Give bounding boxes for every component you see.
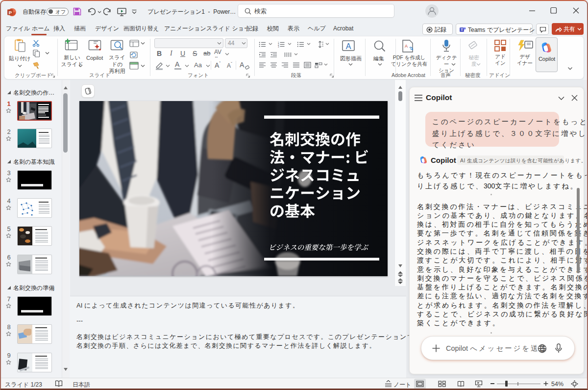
- svg-text:T: T: [461, 27, 463, 32]
- svg-text:3: 3: [278, 46, 279, 48]
- svg-text:P: P: [9, 10, 12, 15]
- svg-text:A: A: [346, 42, 351, 51]
- svg-text:A: A: [405, 44, 408, 49]
